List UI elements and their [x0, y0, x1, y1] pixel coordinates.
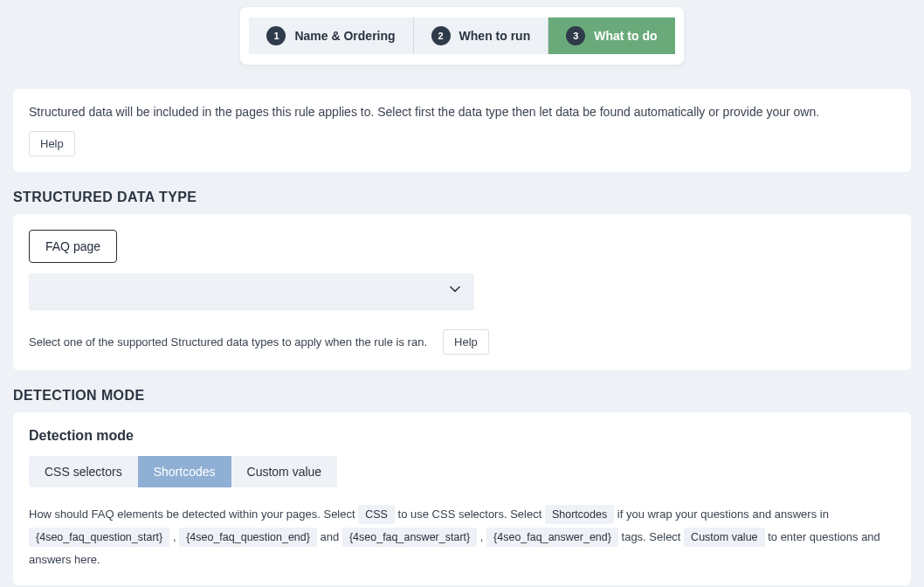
tab-shortcodes[interactable]: Shortcodes — [138, 456, 231, 487]
intro-panel: Structured data will be included in the … — [13, 89, 911, 172]
code-tag-shortcodes: Shortcodes — [545, 505, 614, 524]
tab-custom-value[interactable]: Custom value — [231, 456, 338, 487]
code-tag-answer-start: {4seo_faq_answer_start} — [342, 528, 477, 547]
stepper-card: 1 Name & Ordering 2 When to run 3 What t… — [240, 7, 683, 65]
help-button[interactable]: Help — [29, 131, 75, 156]
explainer-text: if you wrap your questions and answers i… — [617, 508, 829, 521]
code-tag-custom-value: Custom value — [684, 528, 764, 547]
step-name-ordering[interactable]: 1 Name & Ordering — [249, 17, 412, 54]
step-number-3: 3 — [566, 26, 585, 45]
stepper: 1 Name & Ordering 2 When to run 3 What t… — [0, 0, 924, 65]
step-label: When to run — [459, 29, 531, 43]
explainer-text: , — [173, 530, 176, 543]
hint-row: Select one of the supported Structured d… — [29, 329, 895, 355]
detection-mode-tabs: CSS selectors Shortcodes Custom value — [29, 456, 337, 487]
tab-css-selectors[interactable]: CSS selectors — [29, 456, 138, 487]
step-what-to-do[interactable]: 3 What to do — [548, 17, 674, 54]
explainer-text: and — [321, 530, 340, 543]
faq-page-button[interactable]: FAQ page — [29, 230, 117, 263]
explainer-text: , — [480, 530, 484, 543]
structured-data-type-panel: FAQ page Select one of the supported Str… — [13, 214, 911, 370]
detection-explainer: How should FAQ elements be detected with… — [29, 503, 895, 571]
step-label: Name & Ordering — [294, 29, 395, 43]
step-label: What to do — [594, 29, 657, 43]
code-tag-css: CSS — [358, 505, 395, 524]
data-type-select[interactable] — [29, 273, 474, 310]
chevron-down-icon — [448, 282, 462, 300]
explainer-text: tags. Select — [622, 530, 681, 543]
help-button[interactable]: Help — [443, 329, 489, 355]
intro-text: Structured data will be included in the … — [29, 105, 895, 119]
step-number-1: 1 — [266, 26, 286, 45]
structured-type-hint: Select one of the supported Structured d… — [29, 335, 427, 349]
code-tag-question-end: {4seo_faq_question_end} — [179, 528, 317, 547]
code-tag-answer-end: {4seo_faq_answer_end} — [486, 528, 618, 547]
step-number-2: 2 — [431, 26, 451, 45]
explainer-text: How should FAQ elements be detected with… — [29, 508, 355, 521]
detection-mode-subheader: Detection mode — [29, 428, 895, 444]
detection-mode-heading: DETECTION MODE — [13, 388, 911, 404]
explainer-text: to use CSS selectors. Select — [398, 508, 542, 521]
detection-mode-panel: Detection mode CSS selectors Shortcodes … — [13, 412, 911, 585]
code-tag-question-start: {4seo_faq_question_start} — [29, 528, 169, 547]
structured-data-type-heading: STRUCTURED DATA TYPE — [13, 190, 911, 205]
step-when-to-run[interactable]: 2 When to run — [413, 17, 548, 54]
